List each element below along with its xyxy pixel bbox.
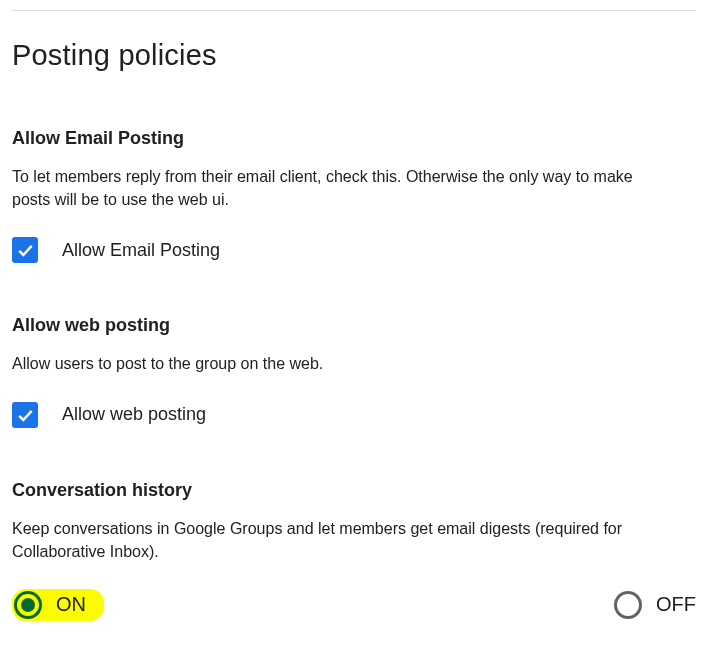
section-conversation-history: Conversation history Keep conversations … — [12, 480, 696, 621]
web-posting-checkbox-row: Allow web posting — [12, 402, 696, 428]
conversation-history-off-option[interactable]: OFF — [614, 591, 696, 619]
conversation-history-off-label: OFF — [656, 593, 696, 616]
conversation-history-description: Keep conversations in Google Groups and … — [12, 517, 672, 563]
radio-on-inner — [21, 598, 35, 612]
email-posting-heading: Allow Email Posting — [12, 128, 696, 149]
page-title: Posting policies — [12, 39, 696, 72]
email-posting-checkbox-row: Allow Email Posting — [12, 237, 696, 263]
section-email-posting: Allow Email Posting To let members reply… — [12, 128, 696, 263]
email-posting-checkbox-label: Allow Email Posting — [62, 240, 220, 261]
radio-off-icon — [614, 591, 642, 619]
email-posting-description: To let members reply from their email cl… — [12, 165, 672, 211]
checkmark-icon — [15, 405, 35, 425]
conversation-history-on-label: ON — [56, 593, 86, 616]
web-posting-checkbox[interactable] — [12, 402, 38, 428]
checkmark-icon — [15, 240, 35, 260]
conversation-history-heading: Conversation history — [12, 480, 696, 501]
top-divider — [12, 10, 696, 11]
radio-on-icon — [14, 591, 42, 619]
web-posting-checkbox-label: Allow web posting — [62, 404, 206, 425]
section-web-posting: Allow web posting Allow users to post to… — [12, 315, 696, 427]
conversation-history-on-option[interactable]: ON — [12, 589, 104, 621]
web-posting-heading: Allow web posting — [12, 315, 696, 336]
web-posting-description: Allow users to post to the group on the … — [12, 352, 672, 375]
conversation-history-radio-row: ON OFF — [12, 589, 696, 621]
email-posting-checkbox[interactable] — [12, 237, 38, 263]
